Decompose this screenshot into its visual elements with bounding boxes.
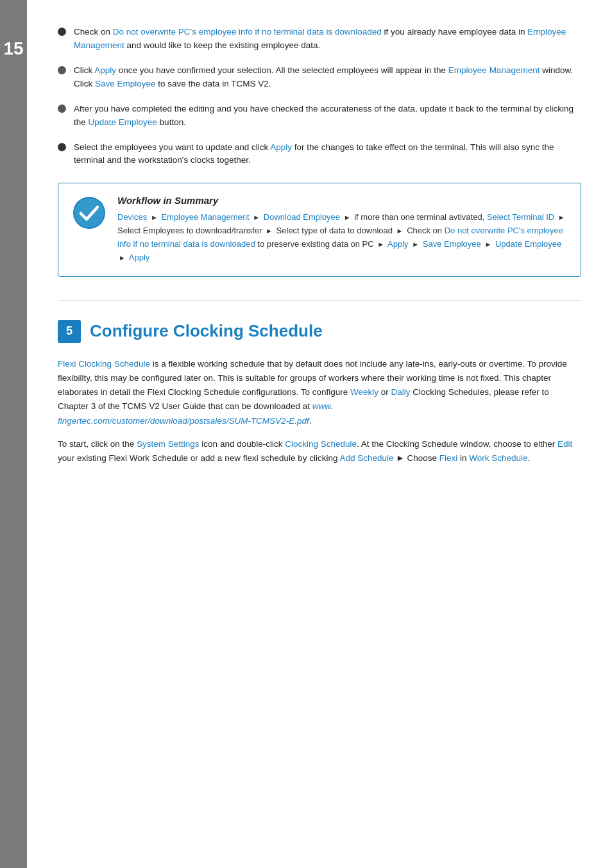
side-tab: 15 (0, 0, 27, 868)
workflow-link-devices[interactable]: Devices (117, 212, 147, 222)
link-clocking-schedule[interactable]: Clocking Schedule (285, 439, 357, 449)
workflow-link-employee-mgmt[interactable]: Employee Management (161, 212, 249, 222)
link-update-employee[interactable]: Update Employee (89, 117, 157, 127)
link-employee-management-2[interactable]: Employee Management (448, 65, 540, 75)
list-item: Check on Do not overwrite PC's employee … (58, 26, 581, 53)
workflow-link-apply-2[interactable]: Apply (129, 253, 150, 262)
list-item: Select the employees you want to update … (58, 141, 581, 168)
workflow-title: Workflow in Summary (117, 195, 566, 206)
arrow-separator: ► (119, 254, 126, 262)
section-5-para-2: To start, click on the System Settings i… (58, 437, 581, 466)
workflow-link-apply-1[interactable]: Apply (387, 239, 409, 249)
bullet-text: Click Apply once you have confirmed your… (74, 64, 581, 91)
bullet-list: Check on Do not overwrite PC's employee … (58, 26, 581, 167)
page-container: 15 Check on Do not overwrite PC's employ… (0, 0, 612, 868)
divider (58, 300, 581, 301)
workflow-box: Workflow in Summary Devices ► Employee M… (58, 183, 581, 276)
checkmark-icon (72, 196, 106, 230)
workflow-text-preserve: to preserve existing data on PC (257, 239, 376, 249)
link-flexi-clocking[interactable]: Flexi Clocking Schedule (58, 359, 150, 369)
workflow-link-select-terminal[interactable]: Select Terminal ID (487, 212, 554, 222)
link-edit[interactable]: Edit (557, 439, 572, 449)
list-item: Click Apply once you have confirmed your… (58, 64, 581, 91)
workflow-text-check: Check on (407, 226, 445, 235)
bullet-dot (58, 104, 66, 113)
section-number-box: 5 (58, 320, 81, 343)
arrow-separator: ► (266, 227, 273, 235)
link-apply-1[interactable]: Apply (94, 65, 116, 75)
link-pdf-url[interactable]: www.fingertec.com/customer/download/post… (58, 401, 333, 425)
list-item: After you have completed the editing and… (58, 103, 581, 129)
workflow-text-select-type: Select type of data to download (276, 226, 395, 235)
link-work-schedule[interactable]: Work Schedule (469, 453, 527, 463)
link-do-not-overwrite[interactable]: Do not overwrite PC's employee info if n… (113, 27, 382, 37)
workflow-content: Workflow in Summary Devices ► Employee M… (117, 195, 566, 264)
workflow-link-download-employee[interactable]: Download Employee (264, 212, 340, 222)
link-weekly[interactable]: Weekly (350, 387, 378, 397)
arrow-separator: ► (412, 240, 419, 248)
bullet-text: After you have completed the editing and… (74, 103, 581, 129)
arrow-separator: ► (377, 240, 384, 248)
link-save-employee[interactable]: Save Employee (95, 79, 156, 88)
arrow-separator: ► (344, 213, 351, 221)
section-5-para-1: Flexi Clocking Schedule is a flexible wo… (58, 357, 581, 428)
arrow-separator: ► (558, 213, 565, 221)
bullet-text: Select the employees you want to update … (74, 141, 581, 168)
arrow-separator: ► (396, 227, 404, 235)
arrow-separator: ► (151, 213, 158, 221)
page-number: 15 (3, 38, 23, 59)
main-content: Check on Do not overwrite PC's employee … (27, 0, 612, 868)
bullet-text: Check on Do not overwrite PC's employee … (74, 26, 581, 53)
workflow-link-update-employee[interactable]: Update Employee (495, 239, 561, 249)
bullet-dot (58, 28, 66, 36)
section-5-body: Flexi Clocking Schedule is a flexible wo… (58, 357, 581, 466)
link-system-settings[interactable]: System Settings (137, 439, 200, 449)
bullet-dot (58, 143, 66, 151)
link-daily[interactable]: Daily (391, 387, 411, 397)
workflow-text: Devices ► Employee Management ► Download… (117, 211, 566, 264)
workflow-link-save-employee[interactable]: Save Employee (423, 239, 481, 249)
link-apply-2[interactable]: Apply (270, 142, 292, 152)
section-title: Configure Clocking Schedule (90, 321, 323, 341)
arrow-separator: ► (253, 213, 260, 221)
workflow-text-more: if more than one terminal avtivated, (354, 212, 487, 222)
section-5-header: 5 Configure Clocking Schedule (58, 320, 581, 343)
svg-point-1 (74, 198, 104, 228)
arrow-separator: ► (484, 240, 491, 248)
workflow-text-select-emp: Select Employees to download/transfer (117, 226, 264, 235)
link-flexi[interactable]: Flexi (439, 453, 458, 463)
link-add-schedule[interactable]: Add Schedule (339, 453, 393, 463)
bullet-dot (58, 66, 66, 74)
